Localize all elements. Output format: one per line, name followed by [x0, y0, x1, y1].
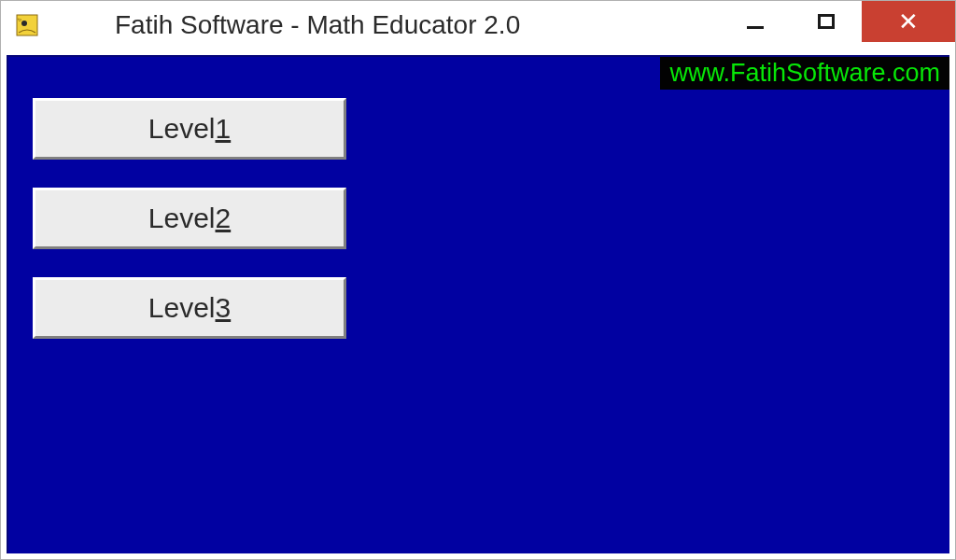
level-3-label-prefix: Level	[148, 292, 216, 324]
app-window: Fatih Software - Math Educator 2.0 ✕ www…	[0, 0, 956, 560]
level-2-label-prefix: Level	[148, 203, 216, 234]
svg-point-1	[21, 21, 27, 26]
level-1-button[interactable]: Level 1	[33, 98, 346, 160]
level-2-mnemonic: 2	[216, 203, 232, 234]
minimize-button[interactable]	[720, 1, 791, 42]
minimize-icon	[747, 26, 764, 29]
close-button[interactable]: ✕	[862, 1, 955, 42]
level-1-mnemonic: 1	[216, 113, 232, 145]
level-1-label-prefix: Level	[148, 113, 216, 145]
titlebar: Fatih Software - Math Educator 2.0 ✕	[1, 1, 955, 49]
client-area: www.FatihSoftware.com Level 1 Level 2 Le…	[7, 55, 949, 553]
close-icon: ✕	[898, 9, 919, 34]
maximize-button[interactable]	[791, 1, 862, 42]
window-controls: ✕	[720, 1, 955, 42]
maximize-icon	[818, 14, 835, 29]
website-url-banner: www.FatihSoftware.com	[660, 57, 949, 90]
level-button-group: Level 1 Level 2 Level 3	[8, 57, 949, 339]
level-2-button[interactable]: Level 2	[33, 188, 346, 249]
level-3-mnemonic: 3	[216, 292, 232, 324]
level-3-button[interactable]: Level 3	[33, 277, 346, 339]
app-icon	[14, 12, 40, 38]
window-title: Fatih Software - Math Educator 2.0	[115, 10, 520, 40]
